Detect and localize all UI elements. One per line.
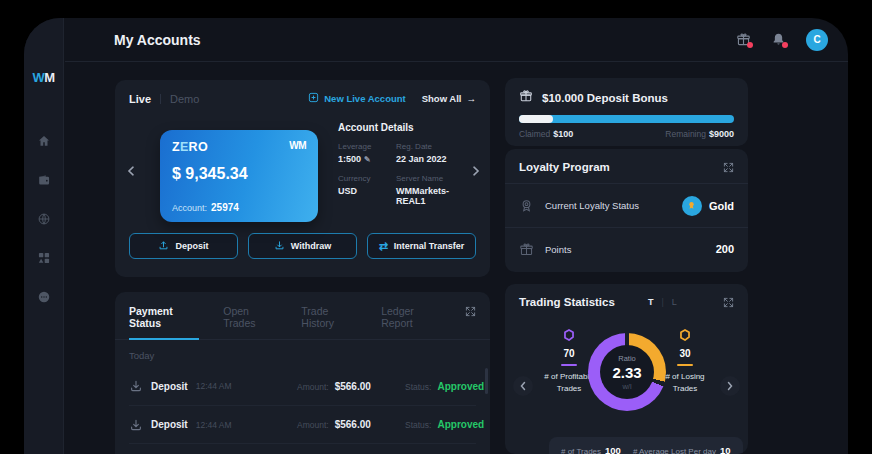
hexagon-icon (678, 328, 692, 342)
group-label: Today (115, 340, 490, 367)
stat-divider (677, 364, 693, 366)
widgets-icon[interactable] (37, 251, 51, 269)
logo-letter-w: W (32, 70, 44, 85)
payments-panel: Payment Status Open Trades Trade History… (115, 292, 490, 454)
account-actions: Deposit Withdraw ⇄ Internal Transfer (129, 233, 476, 259)
status-badge: Approved (437, 419, 484, 430)
home-icon[interactable] (37, 134, 51, 152)
app-window: WM My Accounts C Live (24, 18, 848, 454)
tab-trade-history[interactable]: Trade History (301, 305, 357, 338)
detail-reg-date: Reg. Date 22 Jan 2022 (396, 142, 478, 164)
medal-icon (519, 198, 534, 213)
expand-icon[interactable] (465, 306, 476, 317)
page-title: My Accounts (114, 32, 201, 48)
card-next-button[interactable] (472, 166, 480, 176)
scrollbar-thumb[interactable] (485, 368, 488, 394)
deposit-button[interactable]: Deposit (129, 233, 238, 259)
trading-statistics-panel: Trading Statistics T | L 70 # of Profita… (505, 284, 748, 454)
card-logo: WM (289, 140, 306, 154)
account-details-title: Account Details (338, 122, 478, 133)
plus-square-icon (308, 92, 319, 105)
accounts-panel: Live Demo New Live Account Show All → ZE… (115, 80, 490, 277)
transfer-icon: ⇄ (379, 240, 388, 253)
total-trades: # of Trades100 (561, 445, 621, 454)
header-actions: C (736, 29, 848, 51)
donut-center: Ratio 2.33 w/l (600, 345, 654, 399)
globe-icon[interactable] (37, 212, 51, 230)
payment-row[interactable]: Deposit 12:44 AM Amount:$566.00 Status:A… (129, 405, 476, 443)
card-brand: ZERO (172, 140, 208, 154)
tab-demo[interactable]: Demo (170, 93, 199, 105)
promotions-button[interactable] (736, 32, 751, 47)
arrow-right-icon: → (467, 93, 477, 104)
expand-icon[interactable] (723, 297, 734, 308)
gift-icon (519, 89, 533, 107)
notification-dot (782, 42, 788, 48)
claimed-label: Claimed$100 (519, 129, 573, 139)
points-value: 200 (716, 243, 734, 255)
loyalty-status-row: Current Loyalty Status Gold (505, 184, 748, 227)
tab-payment-status[interactable]: Payment Status (129, 305, 199, 340)
card-account-number: Account:25974 (172, 202, 239, 213)
hexagon-icon (562, 328, 576, 342)
remaining-label: Remaining$9000 (665, 129, 734, 139)
deposit-row-icon (129, 418, 143, 432)
deposit-row-icon (129, 379, 143, 393)
average-lost-per-day: # Average Lost Per day10 (633, 445, 731, 454)
tab-open-trades[interactable]: Open Trades (223, 305, 277, 338)
accounts-panel-header: Live Demo New Live Account Show All → (115, 80, 490, 105)
tab-separator (160, 94, 161, 104)
show-all-button[interactable]: Show All → (422, 93, 476, 104)
detail-leverage: Leverage 1:500✎ (338, 142, 396, 164)
payments-tabs: Payment Status Open Trades Trade History… (115, 292, 490, 340)
gold-tier-icon (682, 196, 702, 216)
payment-row-partial[interactable] (129, 443, 476, 454)
loyalty-points-row: Points 200 (505, 227, 748, 270)
card-prev-button[interactable] (127, 166, 135, 176)
sidebar: WM (24, 18, 64, 454)
detail-server-name: Server Name WMMarkets-REAL1 (396, 174, 478, 206)
loyalty-title: Loyalty Program (519, 161, 610, 173)
stat-divider (561, 364, 577, 366)
loyalty-status-value: Gold (709, 200, 734, 212)
new-live-account-button[interactable]: New Live Account (308, 92, 405, 105)
more-icon[interactable] (37, 290, 51, 308)
logo-letter-m: M (44, 70, 54, 85)
account-details: Account Details Leverage 1:500✎ Reg. Dat… (338, 122, 478, 206)
expand-icon[interactable] (723, 162, 734, 173)
upload-icon (158, 240, 169, 253)
bonus-title: $10.000 Deposit Bonus (542, 92, 668, 104)
app-logo: WM (24, 70, 63, 85)
bell-icon[interactable] (771, 32, 786, 47)
tab-live[interactable]: Live (129, 93, 151, 105)
user-avatar[interactable]: C (806, 29, 828, 51)
loyalty-panel: Loyalty Program Current Loyalty Status G… (505, 149, 748, 272)
internal-transfer-button[interactable]: ⇄ Internal Transfer (367, 233, 476, 259)
notification-dot (747, 42, 753, 48)
stats-footer: # of Trades100 # Average Lost Per day10 (549, 437, 743, 454)
status-badge: Approved (437, 381, 484, 392)
top-header: My Accounts C (65, 18, 848, 62)
stats-prev-button[interactable] (513, 376, 533, 396)
trades-lots-toggle[interactable]: T | L (648, 297, 677, 307)
gift-icon (519, 242, 534, 257)
detail-currency: Currency USD (338, 174, 396, 206)
wallet-icon[interactable] (37, 173, 51, 191)
deposit-bonus-panel: $10.000 Deposit Bonus Claimed$100 Remain… (505, 78, 748, 146)
account-card[interactable]: ZERO WM $ 9,345.34 Account:25974 (160, 130, 318, 222)
tab-ledger-report[interactable]: Ledger Report (381, 305, 441, 338)
stats-next-button[interactable] (720, 376, 740, 396)
stats-title: Trading Statistics (519, 296, 615, 308)
edit-leverage-icon[interactable]: ✎ (364, 155, 371, 164)
bonus-progress-bar[interactable] (519, 115, 734, 123)
withdraw-button[interactable]: Withdraw (248, 233, 357, 259)
losing-trades-stat: 30 # of Losing Trades (653, 328, 717, 396)
sidebar-nav (24, 134, 63, 308)
card-balance: $ 9,345.34 (172, 165, 306, 183)
payment-row[interactable]: Deposit 12:44 AM Amount:$566.00 Status:A… (129, 367, 476, 405)
bonus-progress-claimed (519, 115, 553, 123)
download-icon (274, 240, 285, 253)
